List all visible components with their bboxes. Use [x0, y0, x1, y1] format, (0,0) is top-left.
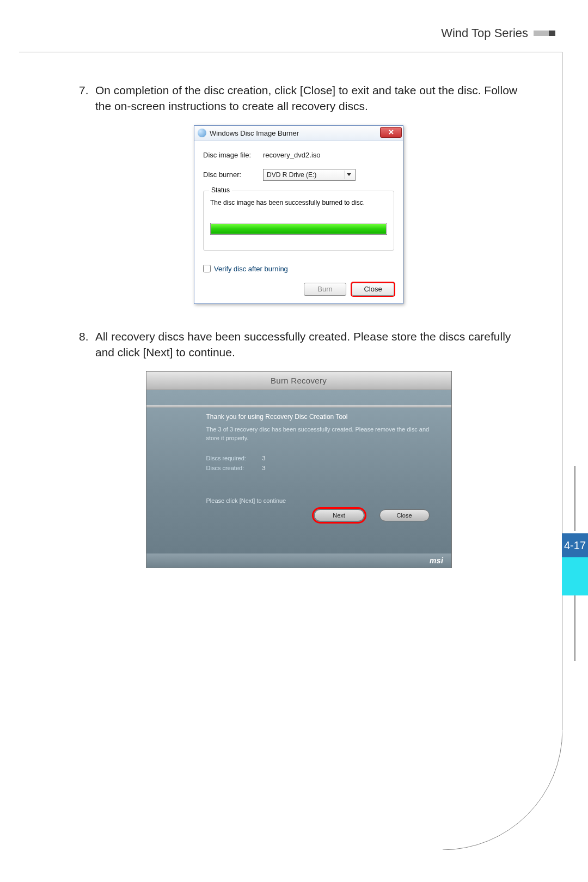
msi-close-button[interactable]: Close — [379, 509, 430, 521]
next-button[interactable]: Next — [314, 509, 364, 521]
dialog-title: Windows Disc Image Burner — [210, 129, 299, 137]
burner-selected: DVD R Drive (E:) — [267, 171, 316, 179]
msi-separator — [146, 405, 451, 407]
verify-label: Verify disc after burning — [214, 265, 288, 273]
content-frame: 7. On completion of the disc creation, c… — [19, 52, 562, 849]
burner-row: Disc burner: DVD R Drive (E:) — [203, 169, 394, 181]
page-number: 4-17 — [564, 539, 586, 552]
burner-dropdown[interactable]: DVD R Drive (E:) — [263, 169, 356, 181]
msi-title: Burn Recovery — [146, 372, 451, 390]
header-accent-bar — [534, 31, 555, 36]
discs-required-value: 3 — [262, 455, 266, 461]
figure-8-wrap: Burn Recovery Thank you for using Recove… — [79, 372, 518, 568]
close-button[interactable]: Close — [352, 283, 394, 296]
dotted-line-bottom — [574, 595, 575, 661]
burn-recovery-dialog: Burn Recovery Thank you for using Recove… — [146, 372, 451, 568]
chevron-down-icon — [345, 171, 353, 179]
discs-required-row: Discs required: 3 — [206, 455, 435, 461]
close-button-label: Close — [364, 285, 382, 293]
dotted-line-top — [574, 466, 575, 531]
msi-footer: msi — [146, 553, 451, 568]
dialog-button-row: Burn Close — [203, 283, 394, 296]
discs-created-row: Discs created: 3 — [206, 465, 435, 471]
discs-created-value: 3 — [262, 465, 266, 471]
progress-bar — [210, 223, 387, 235]
status-text: The disc image has been successfully bur… — [210, 199, 387, 206]
file-value: recovery_dvd2.iso — [263, 151, 321, 159]
side-tab: 4-17 — [562, 466, 588, 663]
step-7: 7. On completion of the disc creation, c… — [79, 82, 518, 114]
step-7-number: 7. — [79, 82, 95, 114]
disc-icon — [198, 129, 206, 137]
burn-button-label: Burn — [317, 285, 332, 293]
msi-button-row: Next Close — [206, 504, 435, 525]
msi-close-button-label: Close — [396, 512, 412, 519]
corner-curve-icon — [443, 730, 562, 850]
msi-hint: Please click [Next] to continue — [206, 497, 435, 504]
figure-7-wrap: Windows Disc Image Burner ✕ Disc image f… — [79, 125, 518, 304]
msi-message: The 3 of 3 recovery disc has been succes… — [206, 425, 435, 443]
page-corner — [443, 730, 562, 850]
msi-body: Thank you for using Recovery Disc Creati… — [146, 390, 451, 553]
msi-stats: Discs required: 3 Discs created: 3 — [206, 455, 435, 471]
burner-label: Disc burner: — [203, 171, 263, 179]
accent-tab — [562, 557, 588, 595]
verify-checkbox[interactable] — [203, 265, 211, 272]
msi-heading: Thank you for using Recovery Disc Creati… — [206, 413, 435, 421]
file-label: Disc image file: — [203, 151, 263, 159]
file-row: Disc image file: recovery_dvd2.iso — [203, 151, 394, 159]
close-icon: ✕ — [388, 128, 394, 136]
windows-disc-burner-dialog: Windows Disc Image Burner ✕ Disc image f… — [194, 125, 403, 304]
step-8: 8. All recovery discs have been successf… — [79, 329, 518, 361]
discs-required-label: Discs required: — [206, 455, 261, 461]
dialog-titlebar: Windows Disc Image Burner ✕ — [194, 126, 403, 141]
msi-brand: msi — [430, 556, 444, 565]
header-title: Wind Top Series — [441, 26, 528, 40]
step-8-text: All recovery discs have been successfull… — [95, 329, 518, 361]
verify-checkbox-row[interactable]: Verify disc after burning — [203, 265, 394, 273]
discs-created-label: Discs created: — [206, 465, 261, 471]
page-header: Wind Top Series — [441, 26, 555, 40]
step-7-text: On completion of the disc creation, clic… — [95, 82, 518, 114]
dialog-body: Disc image file: recovery_dvd2.iso Disc … — [194, 141, 403, 303]
burn-button[interactable]: Burn — [304, 283, 346, 296]
progress-fill — [211, 224, 386, 234]
status-legend: Status — [209, 186, 232, 194]
page-number-tab: 4-17 — [562, 533, 588, 557]
status-fieldset: Status The disc image has been successfu… — [203, 191, 394, 251]
step-8-number: 8. — [79, 329, 95, 361]
next-button-label: Next — [333, 512, 345, 519]
titlebar-close-button[interactable]: ✕ — [380, 127, 402, 138]
